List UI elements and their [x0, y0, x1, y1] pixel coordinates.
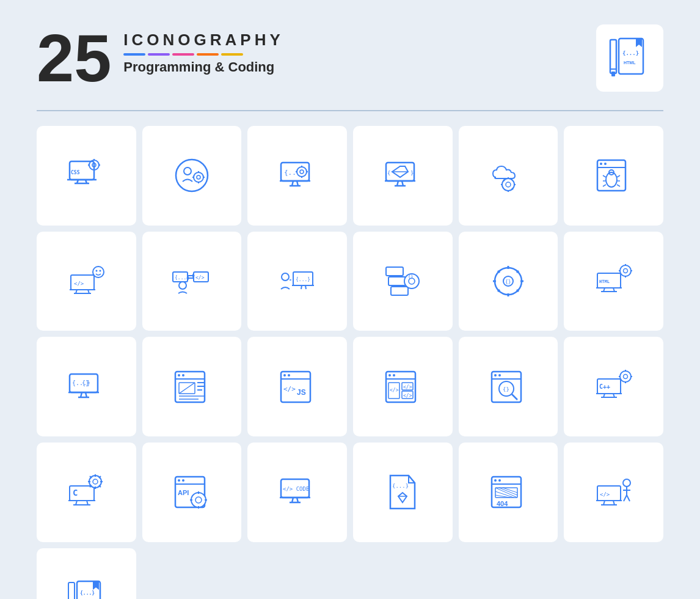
color-bars: [123, 53, 283, 56]
svg-point-33: [297, 167, 307, 177]
svg-point-20: [184, 167, 191, 175]
svg-text:</>: </>: [195, 275, 205, 281]
svg-text:C++: C++: [599, 383, 610, 390]
svg-rect-233: [68, 582, 75, 599]
svg-text:</>: </>: [74, 281, 84, 287]
svg-point-214: [498, 479, 501, 482]
svg-point-132: [182, 374, 184, 377]
icon-monitor-settings: {...}: [247, 126, 347, 226]
icon-cpp-settings: C++: [564, 337, 663, 436]
color-bar-pink: [172, 53, 194, 56]
svg-line-64: [603, 185, 606, 186]
svg-line-162: [512, 394, 517, 400]
svg-line-109: [498, 290, 500, 292]
svg-text:</>: </>: [403, 384, 412, 390]
svg-point-75: [96, 270, 98, 272]
svg-text:</>: </>: [600, 491, 610, 498]
svg-line-178: [87, 501, 88, 505]
svg-point-91: [282, 273, 289, 281]
svg-point-116: [620, 265, 631, 276]
svg-rect-0: [610, 40, 616, 73]
svg-rect-94: [388, 277, 406, 285]
svg-line-55: [512, 188, 513, 189]
icon-user-code-desk: </>: [564, 443, 663, 542]
svg-line-65: [617, 175, 620, 177]
icon-code-layout: </> </> </>: [353, 337, 453, 436]
icon-browser-design: [142, 337, 242, 436]
icon-count: 25: [37, 24, 111, 92]
icon-diamond-file: {...}: [353, 443, 453, 542]
color-bar-orange: [197, 53, 219, 56]
svg-text:{: {: [387, 170, 390, 176]
color-bar-yellow: [221, 53, 243, 56]
header-divider: [37, 110, 663, 111]
svg-point-59: [604, 163, 607, 165]
icon-parallel-settings: {}: [353, 232, 453, 331]
svg-text:404: 404: [497, 500, 508, 507]
svg-text:{}: {}: [503, 386, 509, 392]
svg-point-149: [393, 374, 395, 377]
svg-rect-93: [386, 267, 403, 276]
svg-text:{}: {}: [408, 274, 413, 279]
svg-line-134: [179, 383, 195, 394]
svg-text:</> CODE: </> CODE: [283, 486, 309, 492]
svg-line-224: [603, 501, 605, 505]
svg-point-77: [179, 282, 186, 289]
svg-line-62: [603, 175, 606, 177]
svg-line-67: [617, 185, 620, 186]
icon-api-settings: API: [142, 443, 242, 542]
svg-point-148: [388, 374, 391, 377]
svg-text:{}: {}: [505, 279, 511, 285]
icon-css-settings: CSS: [37, 126, 136, 226]
icon-gear-code: {}: [459, 232, 558, 331]
svg-text:API: API: [178, 489, 189, 496]
page-header: 25 ICONOGRAPHY Programming & Coding {...…: [37, 24, 663, 92]
svg-line-54: [503, 180, 505, 181]
svg-point-194: [182, 479, 184, 482]
icon-js-browser: </> JS: [247, 337, 347, 436]
svg-text:}: }: [410, 170, 414, 176]
svg-rect-95: [391, 287, 408, 295]
svg-text:</>: </>: [283, 385, 296, 393]
svg-point-76: [100, 270, 101, 272]
icon-user-code: </>: [37, 232, 136, 331]
svg-line-107: [517, 290, 519, 292]
svg-point-22: [197, 175, 200, 179]
svg-text:JS: JS: [297, 388, 306, 397]
svg-text:CSS: CSS: [71, 170, 80, 175]
svg-line-88: [301, 285, 302, 289]
icon-c-laptop: C: [37, 443, 136, 542]
page-subtitle: Programming & Coding: [123, 59, 283, 75]
icon-cloud-settings: [459, 126, 558, 226]
icon-html-file: {...} HTML: [37, 548, 136, 599]
svg-line-232: [627, 495, 630, 501]
svg-text:{...}: {...}: [392, 483, 409, 489]
svg-marker-6: [636, 39, 642, 47]
icon-bug-browser: [564, 126, 663, 226]
icon-code-display: </> CODE: [247, 443, 347, 542]
icon-developer-settings: [142, 126, 242, 226]
svg-point-228: [623, 479, 630, 487]
svg-text:</>: </>: [390, 388, 399, 393]
icon-code-monitor: {...} {}: [37, 337, 136, 436]
svg-point-142: [283, 374, 286, 377]
svg-text:{}: {}: [82, 380, 89, 386]
svg-point-74: [93, 266, 104, 277]
svg-point-196: [191, 493, 206, 507]
html-file-icon-header: {...} HTML: [596, 24, 663, 92]
color-bar-purple: [148, 53, 170, 56]
svg-text:HTML: HTML: [599, 279, 610, 284]
icons-grid: CSS: [37, 126, 663, 599]
svg-text:{...}: {...}: [80, 590, 95, 596]
svg-point-213: [494, 479, 497, 482]
icon-code-share: {...} </>: [142, 232, 242, 331]
icon-diamond-monitor: { }: [353, 126, 453, 226]
svg-text:</>: </>: [403, 393, 412, 399]
svg-line-225: [613, 501, 614, 505]
icon-search-code: {}: [459, 337, 558, 436]
svg-line-177: [76, 501, 77, 505]
iconography-label: ICONOGRAPHY: [123, 31, 283, 50]
color-bar-blue: [123, 53, 145, 56]
svg-line-106: [498, 271, 500, 273]
svg-rect-1: [611, 72, 615, 76]
